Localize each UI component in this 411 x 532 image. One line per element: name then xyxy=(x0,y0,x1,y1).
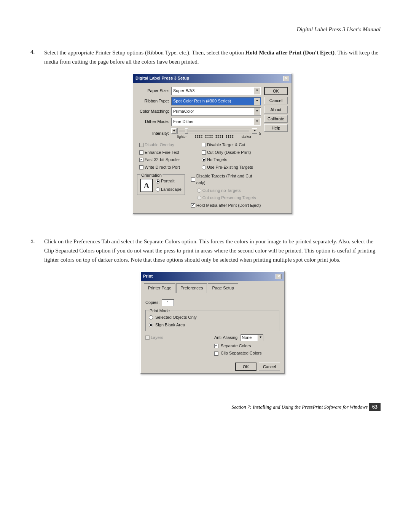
cut-presenting-radio[interactable] xyxy=(197,196,201,200)
header-title: Digital Label Press 3 User's Manual xyxy=(30,26,381,33)
no-targets-radio[interactable] xyxy=(202,158,206,162)
enhance-checkbox[interactable] xyxy=(139,150,143,155)
setup-dialog-buttons: OK Cancel About Calibrate Help xyxy=(264,87,288,210)
print-dialog-close-button[interactable]: ✕ xyxy=(276,274,282,279)
intensity-lighter: lighter xyxy=(177,134,187,139)
ribbon-type-row: Ribbon Type: Spot Color Resin (#300 Seri… xyxy=(137,97,261,105)
sign-blank-radio[interactable] xyxy=(149,323,153,327)
hold-media-item: ✔ Hold Media after Print (Don't Eject) xyxy=(191,202,261,209)
color-matching-arrow: ▼ xyxy=(254,108,260,115)
layers-item: Layers xyxy=(145,334,210,341)
disable-overlay-label: Disable Overlay xyxy=(145,142,174,149)
intensity-left-arrow[interactable]: ◄ xyxy=(171,128,177,134)
layers-checkbox[interactable] xyxy=(145,335,150,340)
right-checkboxes: Disable Targets (Print and Cut only) Cut… xyxy=(188,173,261,209)
portrait-radio-item: Portrait xyxy=(156,178,182,185)
intensity-row: Intensity: ◄ ► xyxy=(137,128,261,139)
copies-input[interactable] xyxy=(162,299,174,306)
intensity-slider[interactable] xyxy=(177,128,251,134)
pre-existing-label: Use Pre-Existing Targets xyxy=(207,164,253,171)
clip-separated-checkbox[interactable] xyxy=(214,351,218,356)
orientation-inner: A Portrait L xyxy=(140,178,182,193)
intensity-ticks: IIII IIII IIII IIII xyxy=(194,134,234,139)
ribbon-type-arrow: ▼ xyxy=(254,98,260,105)
radio-group: Portrait Landscape xyxy=(156,178,182,193)
bottom-section: Orientation A Portrait xyxy=(137,173,261,209)
setup-calibrate-button[interactable]: Calibrate xyxy=(264,115,288,123)
landscape-radio[interactable] xyxy=(156,187,160,192)
portrait-label: Portrait xyxy=(161,178,174,185)
print-cancel-button[interactable]: Cancel xyxy=(259,363,280,371)
step-5-content: Click on the Preferences Tab and select … xyxy=(44,237,381,385)
print-ok-button[interactable]: OK xyxy=(235,363,256,371)
color-matching-combobox[interactable]: PrimaColor ▼ xyxy=(171,107,261,116)
cut-only-label: Cut Only (Disable Print) xyxy=(207,149,251,156)
print-body: Copies: Print Mode Selected Objects Only xyxy=(141,296,284,360)
clip-separated-item: Clip Separated Colors xyxy=(214,350,279,357)
orientation-legend: Orientation xyxy=(140,172,162,179)
tab-preferences[interactable]: Preferences xyxy=(176,283,207,293)
intensity-value: 5 xyxy=(257,131,261,137)
cut-presenting-item: Cut using Presenting Targets xyxy=(197,195,261,201)
selected-objects-item: Selected Objects Only xyxy=(149,314,276,321)
disable-targets-print-checkbox[interactable] xyxy=(191,177,195,182)
dither-mode-row: Dither Mode: Fine Dither ▼ xyxy=(137,118,261,126)
selected-objects-label: Selected Objects Only xyxy=(155,314,197,321)
write-direct-checkbox[interactable] xyxy=(139,165,143,169)
setup-dialog-container: Digital Label Press 3 Setup ✕ Paper Size… xyxy=(44,73,381,214)
fast-spooler-label: Fast 32-bit Spooler xyxy=(145,157,180,163)
footer-text: Section 7: Installing and Using the Pres… xyxy=(231,404,368,410)
sign-blank-label: Sign Blank Area xyxy=(155,322,185,329)
step-5-text: Click on the Preferences Tab and select … xyxy=(44,237,381,264)
cut-no-targets-radio[interactable] xyxy=(197,189,201,193)
separate-colors-checkbox[interactable]: ✔ xyxy=(214,344,218,348)
ribbon-type-combobox[interactable]: Spot Color Resin (#300 Series) ▼ xyxy=(171,97,261,105)
anti-alias-value: None xyxy=(241,334,258,341)
tab-page-setup[interactable]: Page Setup xyxy=(208,283,238,293)
print-options-right: Anti-Aliasing None ▼ ✔ Separate Colors xyxy=(214,334,279,357)
setup-about-button[interactable]: About xyxy=(264,106,288,113)
setup-ok-button[interactable]: OK xyxy=(264,87,288,95)
disable-overlay-checkbox[interactable] xyxy=(139,143,143,147)
no-targets-label: No Targets xyxy=(207,157,227,163)
setup-dialog: Digital Label Press 3 Setup ✕ Paper Size… xyxy=(132,73,292,214)
selected-objects-radio[interactable] xyxy=(149,315,153,320)
tab-printer-page[interactable]: Printer Page xyxy=(144,283,175,293)
dither-mode-combobox[interactable]: Fine Dither ▼ xyxy=(171,118,261,126)
separate-colors-label: Separate Colors xyxy=(221,343,251,350)
setup-cancel-button[interactable]: Cancel xyxy=(264,97,288,104)
footer: Section 7: Installing and Using the Pres… xyxy=(30,403,381,411)
color-matching-value: PrimaColor xyxy=(172,108,254,115)
step-4-number: 4. xyxy=(30,48,44,225)
intensity-right-arrow[interactable]: ► xyxy=(252,128,257,134)
print-tabs-container: Printer Page Preferences Page Setup xyxy=(141,281,284,293)
disable-target-label: Disable Target & Cut xyxy=(207,142,245,149)
radio-no-targets: No Targets xyxy=(202,157,261,163)
setup-help-button[interactable]: Help xyxy=(264,124,288,132)
checkboxes-section: Disable Overlay Disable Target & Cut Enh… xyxy=(137,142,261,171)
dither-mode-label: Dither Mode: xyxy=(137,118,171,125)
setup-dialog-body: Paper Size: Super B/A3 ▼ R xyxy=(133,83,292,214)
intensity-label: Intensity: xyxy=(137,130,171,137)
layers-label: Layers xyxy=(151,334,163,341)
step-4-text-before: Select the appropriate Printer Setup opt… xyxy=(44,50,245,56)
print-dialog-title: Print xyxy=(143,273,153,280)
pre-existing-radio[interactable] xyxy=(202,165,206,169)
paper-size-input-wrap: Super B/A3 ▼ xyxy=(171,87,261,95)
paper-size-combobox[interactable]: Super B/A3 ▼ xyxy=(171,87,261,95)
intensity-darker: darker xyxy=(242,134,252,139)
ribbon-type-input-wrap: Spot Color Resin (#300 Series) ▼ xyxy=(171,97,261,105)
fast-spooler-checkbox[interactable]: ✔ xyxy=(139,158,143,162)
print-options-left: Layers xyxy=(145,334,210,341)
portrait-radio[interactable] xyxy=(156,179,160,184)
anti-alias-combobox[interactable]: None ▼ xyxy=(241,334,263,341)
anti-alias-label: Anti-Aliasing xyxy=(214,334,237,341)
hold-media-checkbox[interactable]: ✔ xyxy=(191,203,195,208)
print-dialog-titlebar: Print ✕ xyxy=(141,272,284,281)
ribbon-type-value: Spot Color Resin (#300 Series) xyxy=(172,98,254,105)
disable-target-checkbox[interactable] xyxy=(202,143,206,147)
print-options-row: Layers Anti-Aliasing None ▼ xyxy=(145,334,279,357)
setup-dialog-close-button[interactable]: ✕ xyxy=(283,76,289,81)
cut-only-checkbox[interactable] xyxy=(202,150,206,155)
copies-row: Copies: xyxy=(145,299,279,306)
